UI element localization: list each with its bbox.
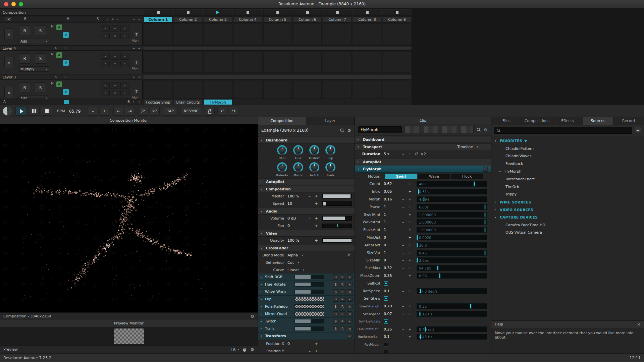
increment-button[interactable]: + xyxy=(407,243,413,247)
effect-preview[interactable] xyxy=(294,282,324,287)
param-norm-value[interactable]: 1 xyxy=(384,205,400,209)
effect-param-button[interactable]: P. xyxy=(340,304,345,309)
tree-item-obs-virtual-camera[interactable]: OBS Virtual Camera xyxy=(491,229,644,237)
decrement-button[interactable]: – xyxy=(306,216,313,221)
clip-slot[interactable] xyxy=(233,52,262,73)
effect-bypass-button[interactable]: B xyxy=(333,275,338,280)
param-checkbox[interactable] xyxy=(384,319,388,324)
beat-nudge-forward-button[interactable]: ⇥ xyxy=(125,107,135,116)
crossfader-assign-icon[interactable]: ▪ xyxy=(111,90,120,97)
bpm-increment-button[interactable]: + xyxy=(99,107,109,116)
effect-row-mirror-quad[interactable]: ▸Mirror QuadBP.× xyxy=(258,310,355,318)
master-gauge[interactable] xyxy=(3,107,12,116)
param-norm-value[interactable]: 0 xyxy=(384,258,400,262)
column-stop-1[interactable] xyxy=(144,10,172,15)
gear-icon[interactable]: ⚙ xyxy=(250,314,254,319)
section-dashboard[interactable]: ▸Dashboard xyxy=(355,136,491,143)
decrement-button[interactable]: – xyxy=(400,327,407,331)
increment-button[interactable]: + xyxy=(313,216,320,221)
tree-item-feedback[interactable]: Feedback xyxy=(491,160,644,168)
increment-button[interactable]: + xyxy=(407,228,413,232)
param-norm-value[interactable]: 0.35 xyxy=(384,274,400,278)
crossfader-assign-icon[interactable]: ▪ xyxy=(111,82,120,89)
column-header-8[interactable]: Column 8 xyxy=(353,16,381,22)
section-flymorph[interactable]: ▾FlyMorphP. xyxy=(355,166,491,173)
composition-name[interactable]: Example (3840 x 2160) xyxy=(261,128,337,133)
effect-remove-button[interactable]: × xyxy=(347,275,353,280)
effect-remove-button[interactable]: × xyxy=(347,304,353,309)
composition-transport-prev-icon[interactable]: ◂ xyxy=(107,18,108,20)
beat-nudge-back-button[interactable]: ⇤ xyxy=(113,107,123,116)
tree-group-wire-sources[interactable]: ▸WIRE SOURCES xyxy=(491,198,644,206)
dashboard-knob-hue[interactable]: Hue xyxy=(291,145,306,160)
crossfader-assign-icon[interactable]: ◂ xyxy=(101,90,110,97)
search-input[interactable] xyxy=(494,127,632,134)
clip-slot[interactable] xyxy=(263,24,292,44)
param-value[interactable]: 0 dB xyxy=(287,216,306,221)
increment-button[interactable]: + xyxy=(407,274,413,278)
crossfader-a-label[interactable]: A xyxy=(55,75,57,79)
decrement-button[interactable]: – xyxy=(306,224,313,228)
increment-button[interactable]: + xyxy=(407,258,413,262)
decrement-button[interactable]: – xyxy=(306,349,313,353)
effect-param-button[interactable]: P. xyxy=(340,326,345,331)
param-value-field[interactable]: 30.0 xyxy=(417,242,487,248)
behaviour-dropdown[interactable]: Cut▾ xyxy=(287,260,352,265)
preview-thumbnail[interactable] xyxy=(114,328,144,344)
composition-bypass-button[interactable]: B xyxy=(24,17,26,21)
gear-icon[interactable]: ⚙ xyxy=(484,127,488,132)
bpm-value[interactable]: 65.79 xyxy=(69,109,80,114)
nudge-back-icon[interactable]: ⇤ xyxy=(133,100,136,104)
section-video[interactable]: ▾Video xyxy=(258,230,355,237)
param-value-field[interactable]: 94.7px xyxy=(417,265,487,271)
increment-button[interactable]: + xyxy=(313,349,320,353)
tab-sources[interactable]: Sources xyxy=(583,117,613,125)
param-norm-value[interactable]: 1 xyxy=(384,220,400,224)
increment-button[interactable]: + xyxy=(407,335,413,339)
clip-slot[interactable] xyxy=(293,24,322,44)
param-link-button[interactable]: P. xyxy=(346,253,352,258)
clip-slot[interactable] xyxy=(204,24,232,44)
tree-item-rorschachencre[interactable]: RorschachEncre xyxy=(491,175,644,183)
effect-preview[interactable] xyxy=(294,304,324,309)
dashboard-knob-twitch[interactable]: Twitch xyxy=(307,162,322,177)
increment-button[interactable]: + xyxy=(407,304,413,308)
param-norm-value[interactable]: 1 xyxy=(384,213,400,217)
tab-record[interactable]: Record xyxy=(613,117,644,125)
crossfader-assign-icon[interactable]: ▪ xyxy=(111,61,120,67)
increment-button[interactable]: + xyxy=(407,189,413,194)
column-header-9[interactable]: Column 9 xyxy=(383,16,411,22)
decrement-button[interactable]: – xyxy=(400,205,407,209)
decrement-button[interactable]: – xyxy=(400,251,407,255)
param-value-field[interactable]: 0.61s xyxy=(417,189,487,194)
crossfader-assign-icon[interactable]: ◂ xyxy=(101,82,110,89)
nudge-forward-icon[interactable]: ⇥ xyxy=(138,18,140,21)
tree-item-chladinipattern[interactable]: ChladiniPattern xyxy=(491,145,644,153)
duration-value[interactable]: 5 s xyxy=(384,152,400,156)
layer-transition-button[interactable]: T xyxy=(134,89,139,94)
gear-icon[interactable]: ⚙ xyxy=(347,128,351,133)
layer-audio-toggle[interactable]: A xyxy=(56,52,62,58)
section-audio[interactable]: ▾Audio xyxy=(258,208,355,215)
tree-item-cam-ra-facetime-hd[interactable]: Caméra FaceTime HD xyxy=(491,221,644,229)
crossfader-assign-icon[interactable]: ◂ xyxy=(101,33,110,40)
param-value-field[interactable]: 480 xyxy=(417,181,487,187)
crossfader-assign-icon[interactable]: ▸ xyxy=(120,25,129,32)
increment-button[interactable]: + xyxy=(313,342,320,346)
effect-preview[interactable] xyxy=(294,312,324,316)
dashboard-knob-flip[interactable]: Flip xyxy=(323,145,338,160)
tab-layer[interactable]: Layer xyxy=(306,117,355,125)
param-norm-value[interactable]: 0.07 xyxy=(384,312,400,316)
param-value-field[interactable]: 0.0020 xyxy=(417,235,487,240)
param-norm-value[interactable]: 0.1 xyxy=(384,335,400,339)
decrement-button[interactable]: – xyxy=(400,312,407,316)
param-value[interactable]: 0 xyxy=(287,342,306,346)
param-norm-value[interactable]: 1 xyxy=(384,251,400,255)
effect-preview[interactable] xyxy=(294,326,324,331)
param-norm-value[interactable]: 1 xyxy=(384,228,400,232)
tree-group-video-sources[interactable]: ▸VIDEO SOURCES xyxy=(491,206,644,214)
effect-bypass-button[interactable]: B xyxy=(333,319,338,324)
clip-slot[interactable] xyxy=(383,52,411,73)
param-value[interactable]: 100 % xyxy=(287,194,306,198)
resync-button[interactable]: RESYNC xyxy=(180,107,202,116)
